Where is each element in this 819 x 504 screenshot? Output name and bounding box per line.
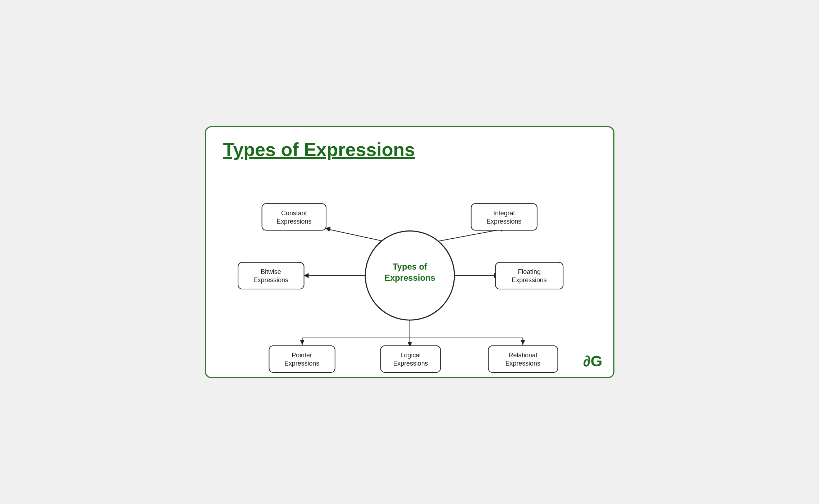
svg-rect-39 bbox=[488, 345, 558, 372]
svg-text:Expressions: Expressions bbox=[384, 273, 435, 283]
slide: Types of Expressions bbox=[205, 126, 614, 378]
svg-text:Expressions: Expressions bbox=[486, 217, 521, 225]
svg-text:Floating: Floating bbox=[518, 268, 540, 275]
diagram-area: Types of Expressions Constant Expression… bbox=[206, 170, 613, 377]
title-area: Types of Expressions bbox=[206, 127, 613, 160]
svg-text:Expressions: Expressions bbox=[284, 360, 319, 367]
svg-rect-24 bbox=[471, 203, 537, 230]
svg-rect-36 bbox=[380, 345, 440, 372]
svg-text:Constant: Constant bbox=[281, 209, 307, 216]
svg-text:Logical: Logical bbox=[400, 352, 420, 359]
svg-rect-33 bbox=[269, 345, 335, 372]
svg-marker-5 bbox=[303, 273, 308, 278]
svg-rect-27 bbox=[238, 262, 304, 289]
svg-text:Integral: Integral bbox=[493, 209, 514, 216]
svg-rect-30 bbox=[495, 262, 563, 289]
svg-text:Expressions: Expressions bbox=[505, 360, 540, 367]
diagram-svg: Types of Expressions Constant Expression… bbox=[206, 170, 613, 377]
svg-text:Expressions: Expressions bbox=[253, 276, 288, 284]
svg-rect-21 bbox=[262, 203, 326, 230]
svg-text:Bitwise: Bitwise bbox=[261, 268, 281, 275]
logo: ∂G bbox=[583, 353, 602, 370]
svg-text:Expressions: Expressions bbox=[276, 217, 311, 225]
svg-text:Pointer: Pointer bbox=[292, 352, 312, 359]
svg-text:Expressions: Expressions bbox=[393, 360, 428, 367]
svg-text:Types of: Types of bbox=[392, 261, 427, 271]
svg-text:Relational: Relational bbox=[508, 352, 537, 359]
svg-text:Expressions: Expressions bbox=[512, 276, 546, 284]
page-title: Types of Expressions bbox=[223, 139, 596, 160]
